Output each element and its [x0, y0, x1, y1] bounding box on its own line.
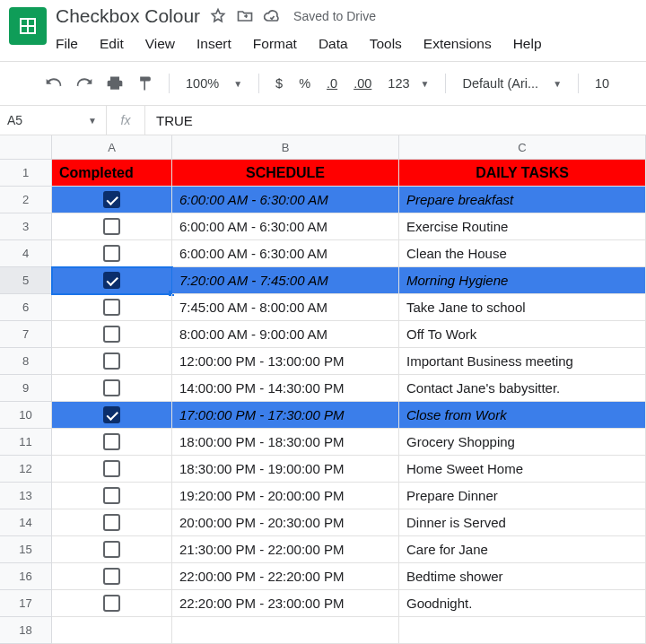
row-header-15[interactable]: 15 [0, 536, 52, 563]
cell-task[interactable]: Clean the House [399, 240, 646, 267]
checkbox[interactable] [103, 406, 120, 423]
menu-edit[interactable]: Edit [89, 32, 135, 56]
zoom-select[interactable]: 100% ▼ [180, 76, 248, 91]
cell-task[interactable]: Dinner is Served [399, 509, 646, 536]
paint-format-icon[interactable] [133, 71, 158, 96]
checkbox[interactable] [103, 487, 120, 504]
row-header-7[interactable]: 7 [0, 321, 52, 348]
cell-schedule[interactable]: 22:00:00 PM - 22:20:00 PM [172, 563, 399, 590]
cell-completed[interactable] [52, 240, 172, 267]
menu-insert[interactable]: Insert [186, 32, 242, 56]
cell-schedule[interactable]: 8:00:00 AM - 9:00:00 AM [172, 321, 399, 348]
select-all-corner[interactable] [0, 135, 52, 160]
checkbox[interactable] [103, 541, 120, 558]
sheets-app-icon[interactable] [9, 7, 47, 45]
cell-task[interactable]: Prepare Dinner [399, 483, 646, 509]
cell-schedule[interactable]: 6:00:00 AM - 6:30:00 AM [172, 240, 399, 267]
name-box-dropdown-icon[interactable]: ▼ [88, 116, 97, 126]
menu-tools[interactable]: Tools [359, 32, 413, 56]
cell-task[interactable]: Bedtime shower [399, 563, 646, 590]
name-box[interactable]: A5 [0, 113, 52, 127]
cell-task[interactable]: Close from Work [399, 402, 646, 429]
row-header-6[interactable]: 6 [0, 294, 52, 321]
row-header-16[interactable]: 16 [0, 563, 52, 590]
checkbox[interactable] [103, 433, 120, 450]
doc-title[interactable]: Checkbox Colour [56, 5, 200, 27]
row-header-4[interactable]: 4 [0, 240, 52, 267]
cell-schedule[interactable]: 18:00:00 PM - 18:30:00 PM [172, 429, 399, 456]
row-header-9[interactable]: 9 [0, 375, 52, 402]
checkbox[interactable] [103, 272, 120, 289]
cell-task[interactable]: Exercise Routine [399, 213, 646, 240]
row-header-5[interactable]: 5 [0, 267, 52, 294]
checkbox[interactable] [103, 326, 120, 343]
cell-schedule[interactable]: 6:00:00 AM - 6:30:00 AM [172, 187, 399, 213]
checkbox[interactable] [103, 245, 120, 262]
cell-schedule[interactable]: 21:30:00 PM - 22:00:00 PM [172, 536, 399, 563]
cell-task[interactable]: Home Sweet Home [399, 456, 646, 483]
menu-data[interactable]: Data [308, 32, 359, 56]
header-schedule[interactable]: SCHEDULE [172, 160, 399, 187]
row-header-1[interactable]: 1 [0, 160, 52, 187]
cell-schedule[interactable]: 17:00:00 PM - 17:30:00 PM [172, 402, 399, 429]
menu-format[interactable]: Format [242, 32, 308, 56]
undo-icon[interactable] [41, 71, 66, 96]
font-size[interactable]: 10 [589, 76, 615, 91]
row-header-3[interactable]: 3 [0, 213, 52, 240]
checkbox[interactable] [103, 352, 120, 370]
cell-task[interactable]: Prepare breakfast [399, 187, 646, 213]
menu-help[interactable]: Help [502, 32, 553, 56]
cell-schedule[interactable]: 18:30:00 PM - 19:00:00 PM [172, 456, 399, 483]
cell-completed[interactable] [52, 375, 172, 402]
cell-task[interactable]: Take Jane to school [399, 294, 646, 321]
cell-schedule[interactable]: 22:20:00 PM - 23:00:00 PM [172, 590, 399, 617]
checkbox[interactable] [103, 218, 120, 235]
cell-completed[interactable] [52, 213, 172, 240]
menu-file[interactable]: File [56, 32, 89, 56]
checkbox[interactable] [103, 595, 120, 612]
cell-completed[interactable] [52, 536, 172, 563]
col-header-B[interactable]: B [172, 135, 399, 160]
row-header-14[interactable]: 14 [0, 509, 52, 536]
cell-completed[interactable] [52, 348, 172, 375]
cell-completed[interactable] [52, 429, 172, 456]
cell-completed[interactable] [52, 294, 172, 321]
spreadsheet-grid[interactable]: A B C 1 Completed SCHEDULE DAILY TASKS 2… [0, 135, 646, 644]
move-folder-icon[interactable] [236, 7, 254, 25]
cell-task[interactable]: Contact Jane's babysitter. [399, 375, 646, 402]
cell-task[interactable]: Important Business meeting [399, 348, 646, 375]
cell-schedule[interactable]: 12:00:00 PM - 13:00:00 PM [172, 348, 399, 375]
cell-completed[interactable] [52, 456, 172, 483]
cell-completed[interactable] [52, 402, 172, 429]
cell-completed[interactable] [52, 590, 172, 617]
row-header-18[interactable]: 18 [0, 617, 52, 644]
formula-input[interactable]: TRUE [145, 113, 646, 128]
cell-completed[interactable] [52, 563, 172, 590]
col-header-C[interactable]: C [399, 135, 646, 160]
checkbox[interactable] [103, 379, 120, 396]
star-icon[interactable] [209, 7, 227, 25]
checkbox[interactable] [103, 568, 120, 585]
cell-completed[interactable] [52, 267, 172, 294]
decrease-decimal[interactable]: .0 [321, 76, 343, 91]
row-header-17[interactable]: 17 [0, 590, 52, 617]
menu-extensions[interactable]: Extensions [413, 32, 502, 56]
cell-task[interactable]: Care for Jane [399, 536, 646, 563]
checkbox[interactable] [103, 191, 120, 208]
header-completed[interactable]: Completed [52, 160, 172, 187]
row-header-2[interactable]: 2 [0, 187, 52, 213]
cell-task[interactable]: Goodnight. [399, 590, 646, 617]
cell-completed[interactable] [52, 321, 172, 348]
cell-schedule[interactable]: 20:00:00 PM - 20:30:00 PM [172, 509, 399, 536]
cell-completed[interactable] [52, 617, 172, 644]
cloud-saved-icon[interactable] [263, 7, 281, 25]
row-header-10[interactable]: 10 [0, 402, 52, 429]
cell-task[interactable]: Grocery Shopping [399, 429, 646, 456]
cell-task[interactable]: Off To Work [399, 321, 646, 348]
cell-task[interactable]: Morning Hygiene [399, 267, 646, 294]
cell-task[interactable] [399, 617, 646, 644]
checkbox[interactable] [103, 460, 120, 477]
header-tasks[interactable]: DAILY TASKS [399, 160, 646, 187]
checkbox[interactable] [103, 299, 120, 316]
redo-icon[interactable] [72, 71, 97, 96]
